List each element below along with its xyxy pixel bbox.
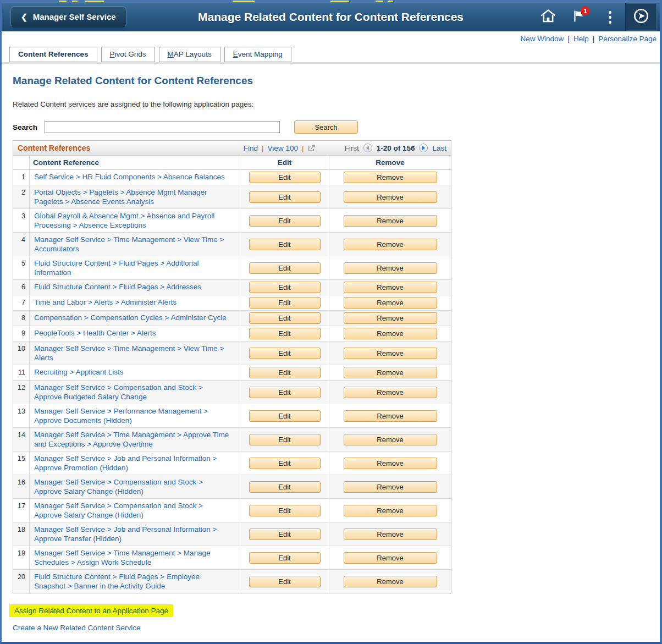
- content-reference-link[interactable]: Manager Self Service > Time Management >…: [34, 344, 224, 362]
- table-row: 12 Manager Self Service > Compensation a…: [13, 381, 451, 404]
- assign-related-content-link[interactable]: Assign Related Content to an Application…: [9, 604, 173, 617]
- row-number-column-header: [13, 156, 30, 169]
- remove-button[interactable]: Remove: [344, 552, 437, 564]
- grid-header-bar: Content References Find | View 100 |: [13, 141, 451, 156]
- grid-title: Content References: [18, 144, 90, 152]
- find-link[interactable]: Find: [244, 144, 258, 152]
- remove-button[interactable]: Remove: [344, 410, 437, 422]
- content-reference-link[interactable]: Manager Self Service > Job and Personal …: [34, 525, 217, 543]
- remove-button[interactable]: Remove: [344, 434, 437, 445]
- content-reference-link[interactable]: Manager Self Service > Job and Personal …: [34, 454, 217, 472]
- edit-button[interactable]: Edit: [249, 239, 321, 250]
- separator: |: [567, 35, 570, 43]
- page-description: Related Content services are assigned to…: [13, 100, 660, 108]
- content-reference-link[interactable]: Manager Self Service > Time Management >…: [34, 431, 229, 448]
- remove-button[interactable]: Remove: [344, 481, 437, 493]
- back-button[interactable]: ❮ Manager Self Service: [10, 6, 126, 27]
- content-reference-link[interactable]: PeopleTools > Health Center > Alerts: [34, 329, 156, 337]
- grid-column-headers: Content Reference Edit Remove: [13, 156, 451, 170]
- highlight-artifact: [388, 1, 393, 2]
- edit-button[interactable]: Edit: [249, 282, 321, 293]
- remove-button[interactable]: Remove: [344, 215, 437, 227]
- table-row: 13 Manager Self Service > Performance Ma…: [13, 404, 451, 428]
- edit-button[interactable]: Edit: [249, 481, 321, 493]
- remove-button[interactable]: Remove: [344, 282, 437, 293]
- edit-button[interactable]: Edit: [249, 262, 321, 274]
- remove-button[interactable]: Remove: [344, 191, 437, 203]
- content-reference-link[interactable]: Self Service > HR Fluid Components > Abs…: [34, 173, 225, 181]
- content-reference-link[interactable]: Recruiting > Applicant Lists: [34, 368, 123, 376]
- content-reference-link[interactable]: Fluid Structure Content > Fluid Pages > …: [34, 259, 198, 277]
- next-page-icon[interactable]: [419, 144, 428, 152]
- remove-button[interactable]: Remove: [344, 328, 437, 339]
- edit-button[interactable]: Edit: [249, 434, 321, 445]
- remove-button[interactable]: Remove: [344, 239, 437, 250]
- grid-pager: First 1-20 of 156 Last: [344, 144, 446, 152]
- tab-pivot-grids[interactable]: Pivot Grids: [101, 47, 155, 62]
- tab-content-references[interactable]: Content References: [9, 47, 97, 62]
- edit-button[interactable]: Edit: [249, 387, 321, 398]
- remove-button[interactable]: Remove: [344, 172, 437, 183]
- content-reference-link[interactable]: Manager Self Service > Time Management >…: [34, 235, 224, 253]
- remove-button[interactable]: Remove: [344, 348, 437, 359]
- remove-button[interactable]: Remove: [344, 262, 437, 274]
- content-reference-link[interactable]: Fluid Structure Content > Fluid Pages > …: [34, 283, 201, 291]
- edit-button[interactable]: Edit: [249, 297, 321, 309]
- view-100-link[interactable]: View 100: [268, 144, 298, 152]
- remove-button[interactable]: Remove: [344, 297, 437, 309]
- page-title: Manage Related Content for Content Refer…: [13, 75, 660, 87]
- remove-button[interactable]: Remove: [344, 529, 437, 540]
- notifications-button[interactable]: 1: [564, 3, 594, 31]
- content-reference-link[interactable]: Time and Labor > Alerts > Administer Ale…: [34, 298, 176, 306]
- highlight-artifact: [376, 1, 383, 2]
- edit-button[interactable]: Edit: [249, 191, 321, 203]
- edit-button[interactable]: Edit: [249, 410, 321, 422]
- edit-button[interactable]: Edit: [249, 312, 321, 324]
- remove-button[interactable]: Remove: [344, 387, 437, 398]
- edit-button[interactable]: Edit: [249, 348, 321, 359]
- row-number: 4: [13, 233, 30, 256]
- edit-button[interactable]: Edit: [249, 505, 321, 516]
- tab-base-line: [2, 62, 660, 64]
- tab-event-mapping[interactable]: Event Mapping: [224, 47, 291, 62]
- edit-button[interactable]: Edit: [249, 172, 321, 183]
- row-range-label: 1-20 of 156: [377, 144, 415, 152]
- edit-button[interactable]: Edit: [249, 458, 321, 469]
- personalize-page-link[interactable]: Personalize Page: [598, 35, 657, 43]
- separator: |: [593, 35, 595, 43]
- remove-button[interactable]: Remove: [344, 576, 437, 587]
- edit-button[interactable]: Edit: [249, 576, 321, 587]
- remove-button[interactable]: Remove: [344, 312, 437, 324]
- grid-tools: Find | View 100 |: [244, 144, 316, 152]
- content-reference-link[interactable]: Manager Self Service > Time Management >…: [34, 549, 210, 566]
- tab-map-layouts[interactable]: MAP Layouts: [159, 47, 220, 62]
- content-reference-link[interactable]: Compensation > Compensation Cycles > Adm…: [34, 313, 227, 322]
- home-button[interactable]: [533, 3, 564, 31]
- content-reference-link[interactable]: Manager Self Service > Compensation and …: [34, 502, 203, 519]
- remove-button[interactable]: Remove: [344, 367, 437, 378]
- search-input[interactable]: [45, 121, 280, 133]
- remove-button[interactable]: Remove: [344, 458, 437, 469]
- actions-menu-button[interactable]: [594, 3, 625, 31]
- row-number: 19: [13, 546, 30, 569]
- popout-grid-icon[interactable]: [307, 144, 316, 152]
- edit-button[interactable]: Edit: [249, 367, 321, 378]
- separator: |: [262, 144, 264, 152]
- content-reference-link[interactable]: Manager Self Service > Compensation and …: [34, 383, 203, 401]
- search-button[interactable]: Search: [294, 120, 358, 134]
- help-link[interactable]: Help: [573, 35, 589, 43]
- content-reference-link[interactable]: Portal Objects > Pagelets > Absence Mgmt…: [34, 188, 207, 206]
- content-reference-link[interactable]: Manager Self Service > Performance Manag…: [34, 407, 208, 425]
- edit-button[interactable]: Edit: [249, 215, 321, 227]
- remove-button[interactable]: Remove: [344, 505, 437, 516]
- edit-button[interactable]: Edit: [249, 328, 321, 339]
- new-window-link[interactable]: New Window: [521, 35, 564, 43]
- navbar-button[interactable]: [625, 3, 657, 31]
- content-reference-link[interactable]: Fluid Structure Content > Fluid Pages > …: [34, 573, 200, 590]
- edit-button[interactable]: Edit: [249, 529, 321, 540]
- content-reference-link[interactable]: Global Payroll & Absence Mgmt > Absence …: [34, 212, 214, 229]
- content-reference-link[interactable]: Manager Self Service > Compensation and …: [34, 478, 203, 496]
- last-page-link[interactable]: Last: [432, 144, 446, 152]
- create-related-content-service-link[interactable]: Create a New Related Content Service: [13, 624, 141, 632]
- edit-button[interactable]: Edit: [249, 552, 321, 564]
